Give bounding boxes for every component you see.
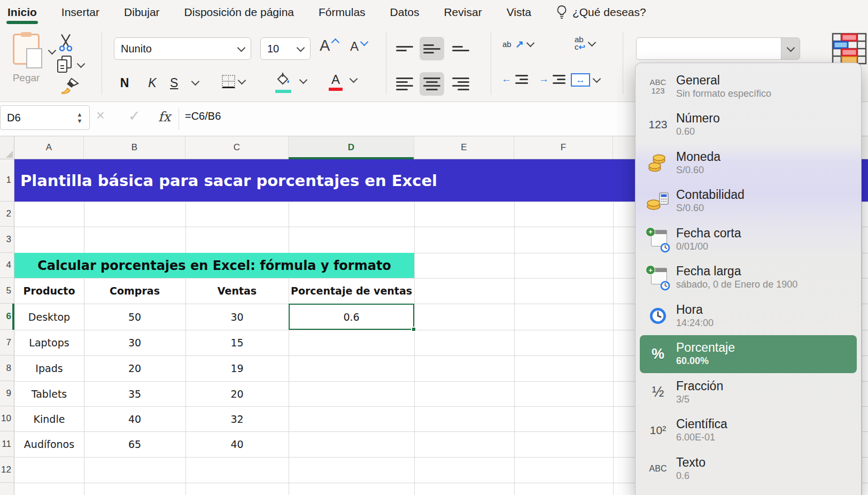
data-cell[interactable]: 19 xyxy=(185,355,289,381)
column-header-A[interactable]: A xyxy=(14,136,84,159)
data-cell[interactable]: 32 xyxy=(185,406,289,431)
paste-button[interactable] xyxy=(13,34,40,65)
data-cell[interactable]: Tablets xyxy=(14,381,84,406)
format-option-fraction[interactable]: ½Fracción3/5 xyxy=(640,373,857,412)
bold-button[interactable]: N xyxy=(115,73,134,92)
section-banner-cell[interactable]: Calcular porcentajes en Excel: fórmula y… xyxy=(14,253,414,278)
name-box[interactable]: D6 ▲ ▼ xyxy=(0,105,90,130)
data-cell[interactable]: Desktop xyxy=(14,304,84,330)
number-format-combobox[interactable] xyxy=(636,37,800,60)
merge-center-button[interactable]: ↔ xyxy=(571,73,600,87)
tab-dibujar[interactable]: Dibujar xyxy=(124,6,160,19)
column-header-E[interactable]: E xyxy=(414,136,514,159)
selected-cell[interactable]: 0.6 xyxy=(289,304,414,330)
data-cell[interactable]: Audífonos xyxy=(14,431,84,457)
confirm-entry-button[interactable]: ✓ xyxy=(128,107,141,125)
data-cell[interactable]: 35 xyxy=(84,381,185,406)
format-option-accounting[interactable]: ContabilidadS/0.60 xyxy=(640,182,857,221)
orientation-button[interactable]: ab ↗ xyxy=(502,38,533,50)
data-cell[interactable]: Laptops xyxy=(14,330,84,355)
data-cell[interactable]: 20 xyxy=(185,381,289,406)
data-cell[interactable]: 30 xyxy=(185,304,289,330)
decrease-font-size-button[interactable]: A xyxy=(350,39,367,54)
row-header-5[interactable]: 5 xyxy=(0,278,14,304)
format-option-text[interactable]: ABCTexto0.6 xyxy=(640,450,857,488)
format-option-currency[interactable]: MonedaS/0.60 xyxy=(640,144,857,182)
data-cell[interactable]: 30 xyxy=(84,330,185,355)
arrow-down-icon[interactable]: ▼ xyxy=(77,118,83,124)
fill-color-button[interactable] xyxy=(275,72,306,89)
copy-button[interactable] xyxy=(56,55,84,74)
tell-me-search[interactable]: ¿Qué deseas? xyxy=(556,5,646,19)
tab-inicio[interactable]: Inicio xyxy=(7,6,37,19)
row-header-11[interactable]: 11 xyxy=(0,431,14,457)
tab-insertar[interactable]: Insertar xyxy=(61,6,99,19)
tab-vista[interactable]: Vista xyxy=(507,6,531,19)
paste-chevron-icon[interactable] xyxy=(48,47,57,55)
formula-input[interactable]: =C6/B6 xyxy=(185,110,221,122)
increase-font-size-button[interactable]: A xyxy=(320,37,338,55)
data-cell[interactable]: 50 xyxy=(84,304,185,330)
align-middle-button[interactable] xyxy=(420,37,444,60)
fill-handle[interactable] xyxy=(411,327,416,332)
cancel-entry-button[interactable]: × xyxy=(96,107,105,124)
row-header-1[interactable]: 1 xyxy=(0,159,14,202)
data-cell[interactable]: Kindle xyxy=(14,406,84,431)
format-option-time[interactable]: Hora14:24:00 xyxy=(640,297,857,335)
number-format-dropdown-button[interactable] xyxy=(781,38,800,59)
underline-button[interactable]: S xyxy=(170,73,178,92)
borders-button[interactable] xyxy=(222,75,245,88)
tab-formulas[interactable]: Fórmulas xyxy=(319,6,366,19)
align-bottom-button[interactable] xyxy=(449,38,472,59)
data-cell[interactable]: 40 xyxy=(185,431,289,457)
table-header-cell[interactable]: Compras xyxy=(84,278,185,304)
data-cell[interactable]: 65 xyxy=(84,431,185,457)
row-header-3[interactable]: 3 xyxy=(0,227,14,253)
row-header-10[interactable]: 10 xyxy=(0,406,14,431)
column-header-B[interactable]: B xyxy=(84,136,185,159)
format-option-scientific[interactable]: 10²Científica6.00E-01 xyxy=(640,412,857,450)
conditional-formatting-button[interactable] xyxy=(832,33,868,67)
name-box-stepper[interactable]: ▲ ▼ xyxy=(70,106,89,129)
tab-revisar[interactable]: Revisar xyxy=(444,6,482,19)
table-header-cell[interactable]: Producto xyxy=(14,278,84,304)
tab-datos[interactable]: Datos xyxy=(390,6,420,19)
row-header-8[interactable]: 8 xyxy=(0,355,14,381)
align-top-button[interactable] xyxy=(393,38,416,59)
format-option-percentage[interactable]: %Porcentaje60.00% xyxy=(640,335,857,374)
font-name-combobox[interactable]: Nunito xyxy=(114,37,251,60)
format-option-general[interactable]: ABC123GeneralSin formato específico xyxy=(640,67,857,106)
increase-indent-button[interactable]: → xyxy=(539,73,565,85)
font-color-button[interactable]: A xyxy=(329,72,356,87)
table-header-cell[interactable]: Ventas xyxy=(185,278,289,304)
column-header-F[interactable]: F xyxy=(514,136,613,159)
align-left-button[interactable] xyxy=(393,73,416,95)
column-header-C[interactable]: C xyxy=(185,136,289,159)
format-painter-button[interactable] xyxy=(60,78,80,96)
italic-button[interactable]: K xyxy=(143,73,161,92)
font-size-combobox[interactable]: 10 xyxy=(260,37,311,60)
format-option-long-date[interactable]: +Fecha largasábado, 0 de Enero de 1900 xyxy=(640,259,857,297)
align-right-button[interactable] xyxy=(449,73,472,95)
row-header-2[interactable]: 2 xyxy=(0,202,14,227)
row-header-12[interactable]: 12 xyxy=(0,457,14,483)
select-all-corner[interactable] xyxy=(0,136,14,159)
cut-button[interactable] xyxy=(57,34,74,52)
arrow-up-icon[interactable]: ▲ xyxy=(77,111,83,118)
row-header-9[interactable]: 9 xyxy=(0,381,14,406)
data-cell[interactable]: 15 xyxy=(185,330,289,355)
row-header-4[interactable]: 4 xyxy=(0,253,14,278)
data-cell[interactable]: 20 xyxy=(84,355,185,381)
tab-disposicion-de-pagina[interactable]: Disposición de página xyxy=(184,6,294,19)
format-option-number[interactable]: 123Número0.60 xyxy=(640,106,857,144)
insert-function-button[interactable]: fx xyxy=(158,109,170,125)
decrease-indent-button[interactable]: ← xyxy=(501,73,528,85)
data-cell[interactable]: Ipads xyxy=(14,355,84,381)
underline-chevron-icon[interactable] xyxy=(191,78,200,86)
align-center-button[interactable] xyxy=(420,72,444,96)
data-cell[interactable]: 40 xyxy=(84,406,185,431)
wrap-text-button[interactable]: ab c↩ xyxy=(575,36,595,51)
format-option-short-date[interactable]: +Fecha corta0/01/00 xyxy=(640,220,857,259)
row-header-7[interactable]: 7 xyxy=(0,330,14,355)
column-header-D[interactable]: D xyxy=(289,136,414,159)
